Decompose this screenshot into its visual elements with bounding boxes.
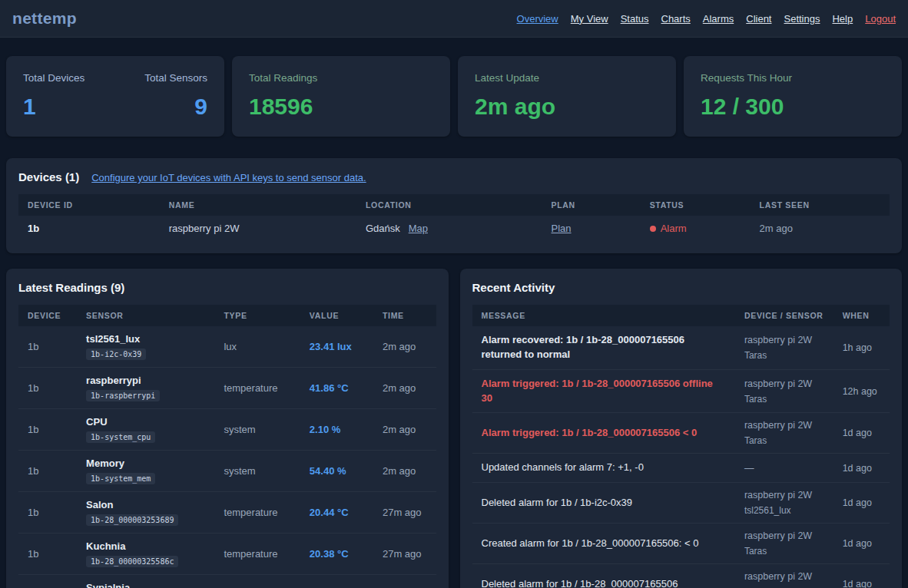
stats-row: Total Devices 1 Total Sensors 9 Total Re… [6,56,902,137]
activity-message: Alarm triggered: 1b / 1b-28_000007165506… [472,369,735,413]
device-id: 1b [18,216,160,241]
reading-type: system [214,409,300,451]
nav-link-client[interactable]: Client [746,13,771,25]
stat-card-total-readings: Total Readings 18596 [232,56,450,137]
devices-panel: Devices (1) Configure your IoT devices w… [6,158,902,253]
sensor-id-badge: 1b-28_00000325586c [86,556,178,567]
reading-sensor: CPU 1b-system_cpu [77,409,214,451]
device-name: raspberry pi 2W [160,216,356,241]
reading-time: 27m ago [373,533,436,575]
sensor-name: Kuchnia [86,540,205,552]
col-header-time: TIME [373,305,436,326]
nav-link-charts[interactable]: Charts [661,13,691,25]
stat-total-devices: Total Devices 1 [23,72,85,121]
reading-device: 1b [18,368,77,409]
nav-link-logout[interactable]: Logout [865,13,896,25]
activity-device-sensor: raspberry pi 2W tsl2561_lux [735,483,833,524]
activity-sensor: Taras [744,394,824,405]
reading-sensor: Kuchnia 1b-28_00000325586c [77,533,214,575]
reading-value: 54.40 % [300,451,373,492]
configure-devices-link[interactable]: Configure your IoT devices with API keys… [91,172,366,183]
total-readings-value: 18596 [249,93,433,121]
nav-link-alarms[interactable]: Alarms [703,13,734,25]
activity-when: 1d ago [833,413,890,454]
nav-link-status[interactable]: Status [621,13,649,25]
bottom-row: Latest Readings (9) DEVICE SENSOR TYPE V… [6,269,902,588]
reading-row: 1b raspberrypi 1b-raspberrypi temperatur… [18,368,436,409]
reading-type: temperature [214,492,300,533]
activity-when: 1h ago [833,326,890,369]
nav-link-settings[interactable]: Settings [784,13,820,25]
device-plan-link[interactable]: Plan [552,223,572,234]
reading-time: 27m ago [373,492,436,533]
activity-when: 1d ago [833,524,890,564]
reading-device: 1b [18,409,77,451]
activity-row: Alarm triggered: 1b / 1b-28_000007165506… [472,413,890,454]
readings-table-header-row: DEVICE SENSOR TYPE VALUE TIME [18,305,436,326]
reading-type: lux [214,326,300,368]
activity-device: raspberry pi 2W [744,335,824,345]
activity-device-sensor: raspberry pi 2W Taras [735,413,833,454]
recent-activity-table: MESSAGE DEVICE / SENSOR WHEN Alarm recov… [472,305,890,588]
nav-link-overview[interactable]: Overview [517,13,558,25]
device-plan: Plan [542,216,641,241]
reading-time: 2m ago [373,451,436,492]
device-location: Gdańsk Map [356,216,542,241]
reading-sensor: raspberrypi 1b-raspberrypi [77,368,214,409]
devices-table-header-row: DEVICE ID NAME LOCATION PLAN STATUS LAST… [18,194,890,216]
recent-activity-title: Recent Activity [472,281,555,294]
activity-row: Deleted alarm for 1b / 1b-28_00000716550… [472,564,890,588]
alarm-status-dot [650,226,656,232]
logo[interactable]: nettemp [12,9,77,28]
col-header-device: DEVICE [18,305,77,326]
nav-link-my-view[interactable]: My View [571,13,608,25]
reading-device: 1b [18,492,77,533]
stat-card-requests-hour: Requests This Hour 12 / 300 [684,56,902,137]
main-content: Total Devices 1 Total Sensors 9 Total Re… [0,38,908,588]
requests-hour-label: Requests This Hour [701,72,885,84]
col-header-plan: PLAN [542,194,641,216]
sensor-name: Memory [86,458,205,469]
activity-device: raspberry pi 2W [744,420,824,431]
reading-value: 23.41 lux [300,326,373,368]
nav-link-help[interactable]: Help [832,13,853,25]
activity-device-sensor: raspberry pi 2W Taras [735,369,833,413]
latest-readings-title: Latest Readings (9) [18,281,124,294]
sensor-name: Sypialnia [86,582,205,588]
reading-type: temperature [214,533,300,575]
recent-activity-panel: Recent Activity MESSAGE DEVICE / SENSOR … [460,269,903,588]
sensor-name: tsl2561_lux [86,333,205,345]
reading-value: 2.10 % [300,409,373,451]
reading-time: 27m ago [373,575,436,588]
col-header-when: WHEN [833,305,890,326]
sensor-id-badge: 1b-raspberrypi [86,390,160,401]
stat-card-devices-sensors: Total Devices 1 Total Sensors 9 [6,56,224,137]
latest-readings-panel: Latest Readings (9) DEVICE SENSOR TYPE V… [6,269,449,588]
sensor-name: CPU [86,416,205,428]
activity-row: Updated channels for alarm 7: +1, -0 — 1… [472,454,890,483]
col-header-sensor: SENSOR [77,305,214,326]
reading-type: system [214,451,300,492]
activity-device: raspberry pi 2W [744,490,824,500]
sensor-name: raspberrypi [86,375,205,386]
activity-sensor: tsl2561_lux [744,505,824,516]
reading-value: 20.44 °C [300,492,373,533]
total-sensors-label: Total Sensors [144,72,207,84]
recent-activity-header: Recent Activity [472,281,890,294]
latest-readings-table: DEVICE SENSOR TYPE VALUE TIME 1b tsl2561… [18,305,436,588]
activity-device: raspberry pi 2W [744,530,824,541]
device-last-seen: 2m ago [751,216,890,241]
activity-when: 1d ago [833,454,890,483]
device-map-link[interactable]: Map [409,223,428,234]
latest-update-value: 2m ago [475,93,659,121]
sensor-id-badge: 1b-i2c-0x39 [86,349,146,360]
activity-device: raspberry pi 2W [744,571,824,582]
device-status-text: Alarm [661,223,687,234]
requests-hour-value: 12 / 300 [701,93,885,121]
activity-row: Alarm recovered: 1b / 1b-28_000007165506… [472,326,890,369]
devices-table: DEVICE ID NAME LOCATION PLAN STATUS LAST… [18,194,890,241]
activity-message: Created alarm for 1b / 1b-28_00000716550… [472,524,735,564]
sensor-id-badge: 1b-system_mem [86,473,155,484]
activity-when: 1d ago [833,483,890,524]
activity-message: Alarm recovered: 1b / 1b-28_000007165506… [472,326,735,369]
